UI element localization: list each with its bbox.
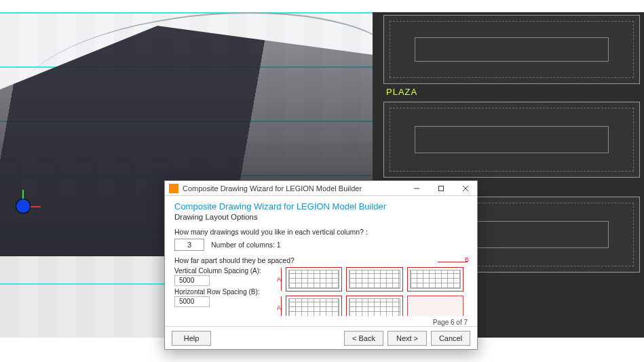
gizmo-z-ball	[16, 199, 30, 213]
svg-rect-0	[439, 186, 444, 190]
wizard-dialog: Composite Drawing Wizard for LEGION Mode…	[164, 180, 478, 350]
preview-cell-empty	[407, 296, 463, 316]
question-drawing-count: How many drawings would you like in each…	[174, 228, 468, 236]
minimize-button[interactable]	[406, 182, 427, 195]
dialog-body: Composite Drawing Wizard for LEGION Mode…	[165, 196, 477, 316]
wizard-heading: Composite Drawing Wizard for LEGION Mode…	[174, 201, 468, 212]
wizard-page-indicator: Page 6 of 7	[165, 316, 477, 326]
preview-cell	[346, 267, 402, 291]
next-button[interactable]: Next >	[387, 331, 427, 346]
preview-cell	[407, 267, 463, 291]
vertical-spacing-label: Vertical Column Spacing (A):	[174, 267, 276, 275]
dialog-titlebar[interactable]: Composite Drawing Wizard for LEGION Mode…	[165, 181, 477, 196]
workspace: PLAZA CONCOURSE Y X PLATFORM Composite D…	[0, 0, 644, 362]
wizard-subheading: Drawing Layout Options	[174, 213, 468, 221]
maximize-icon	[438, 185, 444, 192]
maximize-button[interactable]	[431, 182, 451, 195]
dimension-a-marker: A	[278, 296, 285, 316]
plan-sheet-concourse[interactable]	[383, 102, 640, 178]
horizontal-spacing-input[interactable]: 5000	[174, 296, 210, 307]
dimension-b-marker: B	[438, 259, 468, 266]
dialog-title: Composite Drawing Wizard for LEGION Mode…	[183, 184, 402, 193]
minimize-icon	[413, 185, 420, 192]
dimension-a-marker: A	[278, 268, 285, 291]
app-icon	[169, 184, 178, 193]
drawings-per-column-input[interactable]: 3	[174, 239, 204, 251]
columns-count-label: Number of columns: 1	[211, 241, 281, 249]
question-spacing: How far apart should they be spaced?	[174, 256, 468, 264]
horizontal-spacing-label: Horizontal Row Spacing (B):	[174, 288, 276, 296]
view-gizmo-3d[interactable]	[12, 195, 37, 220]
vertical-spacing-input[interactable]: 5000	[174, 275, 210, 286]
close-icon	[462, 185, 469, 192]
close-button[interactable]	[455, 182, 476, 195]
help-button[interactable]: Help	[172, 331, 211, 346]
preview-cell: A	[286, 296, 342, 316]
preview-cell	[346, 296, 402, 316]
plan-label-plaza: PLAZA	[386, 87, 417, 97]
dialog-footer: Help < Back Next > Cancel	[165, 326, 477, 349]
preview-cell: A	[286, 267, 342, 291]
plan-sheet-plaza[interactable]	[383, 15, 640, 84]
cancel-button[interactable]: Cancel	[431, 331, 470, 346]
layout-preview: B A A	[286, 267, 468, 316]
back-button[interactable]: < Back	[344, 331, 383, 346]
